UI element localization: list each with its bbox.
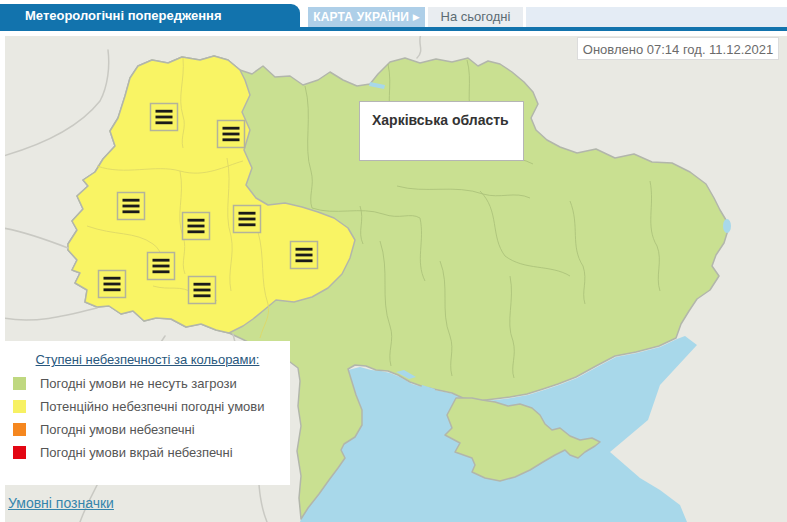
legend-label: Потенційно небезпечні погодні умови <box>40 399 265 414</box>
fog-warning-icon[interactable] <box>118 193 145 220</box>
tab-today[interactable]: На сьогодні <box>428 7 523 27</box>
legend-swatch-yellow <box>13 400 26 413</box>
fog-warning-icon[interactable] <box>99 271 126 298</box>
updated-timestamp: Оновлено 07:14 год. 11.12.2021 <box>577 37 779 60</box>
legend-label: Погодні умови вкрай небезпечні <box>40 445 233 460</box>
legend-title-link[interactable]: Ступені небезпечності за кольорами: <box>13 352 282 367</box>
tab-meteo-warnings[interactable]: Метеорологічні попередження <box>0 4 300 27</box>
fog-warning-icon[interactable] <box>148 253 175 280</box>
luhansk-lake <box>723 219 731 233</box>
fog-warning-icon[interactable] <box>218 121 245 148</box>
legend-swatch-green <box>13 377 26 390</box>
tabbar-filler <box>526 7 787 27</box>
tabbar-underline <box>0 27 787 31</box>
symbols-legend-link[interactable]: Умовні позначки <box>8 495 114 511</box>
tab-bar: Метеорологічні попередження КАРТА УКРАЇН… <box>0 0 787 31</box>
legend-item-danger: Погодні умови небезпечні <box>13 419 290 442</box>
region-tooltip-label: Харківська область <box>372 112 511 128</box>
fog-warning-icon[interactable] <box>234 206 261 233</box>
legend-label: Погодні умови небезпечні <box>40 422 195 437</box>
legend-label: Погодні умови не несуть загрози <box>40 376 237 391</box>
legend-item-safe: Погодні умови не несуть загрози <box>13 373 290 396</box>
fog-warning-icon[interactable] <box>291 242 318 269</box>
legend-swatch-orange <box>13 423 26 436</box>
fog-warning-icon[interactable] <box>189 277 216 304</box>
region-tooltip: Харківська область <box>359 101 524 161</box>
tab-ukraine-map-label: КАРТА УКРАЇНИ <box>313 10 409 24</box>
warning-map: Оновлено 07:14 год. 11.12.2021 Харківськ… <box>5 36 787 522</box>
legend-swatch-red <box>13 446 26 459</box>
fog-warning-icon[interactable] <box>151 104 178 131</box>
tab-ukraine-map[interactable]: КАРТА УКРАЇНИ ▶ <box>308 7 425 27</box>
fog-warning-icon[interactable] <box>183 213 210 240</box>
legend-item-potential: Потенційно небезпечні погодні умови <box>13 396 290 419</box>
arrow-right-icon: ▶ <box>413 12 420 22</box>
legend-panel: Ступені небезпечності за кольорами: Пого… <box>5 341 290 485</box>
legend-item-extreme: Погодні умови вкрай небезпечні <box>13 442 290 465</box>
